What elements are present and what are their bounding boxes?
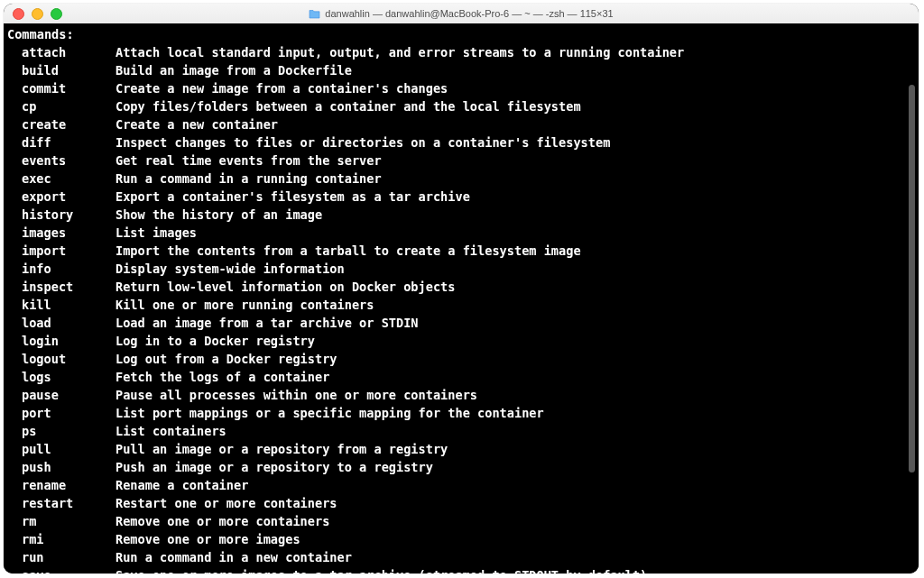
command-desc: Show the history of an image — [116, 206, 915, 224]
command-name: pull — [7, 440, 116, 458]
command-name: import — [7, 242, 116, 260]
command-desc: Attach local standard input, output, and… — [116, 43, 915, 61]
command-desc: Log in to a Docker registry — [116, 332, 915, 350]
command-row: buildBuild an image from a Dockerfile — [7, 61, 915, 79]
command-desc: Copy files/folders between a container a… — [116, 97, 915, 115]
command-name: logs — [7, 368, 116, 386]
command-desc: Inspect changes to files or directories … — [116, 133, 915, 151]
command-desc: Create a new image from a container's ch… — [116, 79, 915, 97]
window-title: danwahlin — danwahlin@MacBook-Pro-6 — ~ … — [325, 8, 613, 19]
command-row: exportExport a container's filesystem as… — [7, 188, 915, 206]
command-name: login — [7, 332, 116, 350]
command-row: psList containers — [7, 422, 915, 440]
command-name: logout — [7, 350, 116, 368]
titlebar[interactable]: danwahlin — danwahlin@MacBook-Pro-6 — ~ … — [4, 4, 919, 24]
command-desc: Log out from a Docker registry — [116, 350, 915, 368]
commands-heading: Commands: — [7, 25, 915, 43]
terminal-body[interactable]: Commands: attachAttach local standard in… — [4, 23, 919, 573]
command-name: create — [7, 115, 116, 133]
command-desc: Return low-level information on Docker o… — [116, 278, 915, 296]
command-desc: Push an image or a repository to a regis… — [116, 458, 915, 476]
zoom-button[interactable] — [51, 8, 62, 20]
command-row: historyShow the history of an image — [7, 206, 915, 224]
command-name: rmi — [7, 530, 116, 548]
command-row: saveSave one or more images to a tar arc… — [7, 566, 915, 573]
command-name: save — [7, 566, 116, 573]
command-desc: Display system-wide information — [116, 260, 915, 278]
command-row: infoDisplay system-wide information — [7, 260, 915, 278]
command-name: port — [7, 404, 116, 422]
command-name: images — [7, 224, 116, 242]
close-button[interactable] — [13, 8, 24, 20]
command-name: export — [7, 188, 116, 206]
command-row: pausePause all processes within one or m… — [7, 386, 915, 404]
command-name: pause — [7, 386, 116, 404]
command-row: pullPull an image or a repository from a… — [7, 440, 915, 458]
command-row: killKill one or more running containers — [7, 296, 915, 314]
command-row: inspectReturn low-level information on D… — [7, 278, 915, 296]
command-desc: List containers — [116, 422, 915, 440]
command-row: portList port mappings or a specific map… — [7, 404, 915, 422]
command-desc: Fetch the logs of a container — [116, 368, 915, 386]
command-row: pushPush an image or a repository to a r… — [7, 458, 915, 476]
command-name: inspect — [7, 278, 116, 296]
command-row: attachAttach local standard input, outpu… — [7, 43, 915, 61]
command-name: ps — [7, 422, 116, 440]
command-name: build — [7, 61, 116, 79]
command-row: importImport the contents from a tarball… — [7, 242, 915, 260]
command-desc: Run a command in a new container — [116, 548, 915, 566]
command-desc: Build an image from a Dockerfile — [116, 61, 915, 79]
command-name: kill — [7, 296, 116, 314]
command-desc: Get real time events from the server — [116, 151, 915, 170]
command-name: restart — [7, 494, 116, 512]
command-desc: Run a command in a running container — [116, 170, 915, 188]
titlebar-center: danwahlin — danwahlin@MacBook-Pro-6 — ~ … — [4, 8, 919, 19]
command-name: cp — [7, 97, 116, 115]
command-row: commitCreate a new image from a containe… — [7, 79, 915, 97]
command-row: restartRestart one or more containers — [7, 494, 915, 512]
command-name: events — [7, 151, 116, 170]
command-name: attach — [7, 43, 116, 61]
command-name: rename — [7, 476, 116, 494]
command-name: exec — [7, 170, 116, 188]
command-desc: Load an image from a tar archive or STDI… — [116, 314, 915, 332]
traffic-lights — [4, 8, 62, 20]
command-desc: Pause all processes within one or more c… — [116, 386, 915, 404]
terminal-window: danwahlin — danwahlin@MacBook-Pro-6 — ~ … — [4, 4, 919, 573]
command-desc: List images — [116, 224, 915, 242]
command-row: logoutLog out from a Docker registry — [7, 350, 915, 368]
command-name: info — [7, 260, 116, 278]
command-row: runRun a command in a new container — [7, 548, 915, 566]
minimize-button[interactable] — [32, 8, 43, 20]
command-desc: Create a new container — [116, 115, 915, 133]
command-row: execRun a command in a running container — [7, 170, 915, 188]
command-desc: Remove one or more images — [116, 530, 915, 548]
command-name: push — [7, 458, 116, 476]
command-desc: Pull an image or a repository from a reg… — [116, 440, 915, 458]
command-row: imagesList images — [7, 224, 915, 242]
command-desc: Rename a container — [116, 476, 915, 494]
command-row: renameRename a container — [7, 476, 915, 494]
command-desc: Save one or more images to a tar archive… — [116, 566, 915, 573]
command-row: rmiRemove one or more images — [7, 530, 915, 548]
command-row: loadLoad an image from a tar archive or … — [7, 314, 915, 332]
command-row: eventsGet real time events from the serv… — [7, 151, 915, 170]
command-name: rm — [7, 512, 116, 530]
command-row: rmRemove one or more containers — [7, 512, 915, 530]
command-name: commit — [7, 79, 116, 97]
command-desc: Remove one or more containers — [116, 512, 915, 530]
command-row: logsFetch the logs of a container — [7, 368, 915, 386]
command-row: diffInspect changes to files or director… — [7, 133, 915, 151]
command-desc: List port mappings or a specific mapping… — [116, 404, 915, 422]
command-row: createCreate a new container — [7, 115, 915, 133]
command-desc: Kill one or more running containers — [116, 296, 915, 314]
folder-icon — [309, 9, 320, 19]
command-desc: Export a container's filesystem as a tar… — [116, 188, 915, 206]
command-desc: Import the contents from a tarball to cr… — [116, 242, 915, 260]
command-row: loginLog in to a Docker registry — [7, 332, 915, 350]
command-desc: Restart one or more containers — [116, 494, 915, 512]
command-name: diff — [7, 133, 116, 151]
command-name: run — [7, 548, 116, 566]
terminal-scroll[interactable]: Commands: attachAttach local standard in… — [4, 23, 919, 573]
command-name: history — [7, 206, 116, 224]
